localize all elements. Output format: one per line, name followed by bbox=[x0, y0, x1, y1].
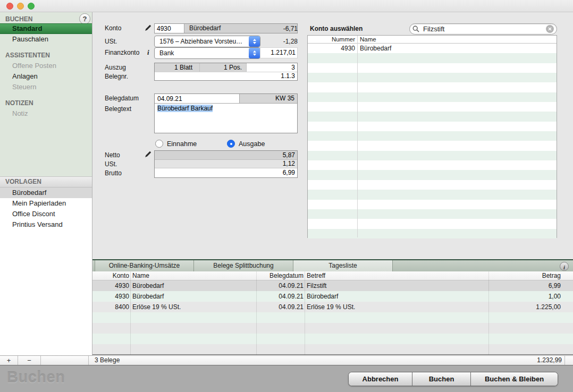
minimize-window-button[interactable] bbox=[17, 3, 24, 10]
table-row[interactable] bbox=[308, 63, 557, 73]
sidebar-item-label: Notiz bbox=[12, 109, 28, 117]
cell-nummer bbox=[308, 219, 357, 228]
table-row[interactable] bbox=[308, 112, 557, 121]
auszug-value-field[interactable]: 3 bbox=[247, 63, 297, 72]
sidebar-item[interactable]: Pauschalen bbox=[0, 34, 92, 45]
table-row[interactable]: 8400 Erlöse 19 % USt. 04.09.21 Erlöse 19… bbox=[92, 302, 573, 312]
sidebar-item[interactable]: Mein Papierladen bbox=[0, 198, 92, 209]
table-row[interactable]: 4930 Bürobedarf bbox=[308, 44, 557, 53]
column-header-betrag[interactable]: Betrag bbox=[488, 271, 573, 280]
sidebar-item[interactable]: Office Discont bbox=[0, 209, 92, 219]
table-row[interactable] bbox=[308, 229, 557, 238]
sidebar-item[interactable]: Printius Versand bbox=[0, 219, 92, 230]
brutto-field[interactable]: 6,99 bbox=[155, 168, 297, 177]
column-header-name[interactable]: Name bbox=[357, 36, 557, 43]
table-row[interactable] bbox=[308, 190, 557, 199]
info-button[interactable]: i bbox=[560, 262, 569, 271]
table-row[interactable] bbox=[308, 122, 557, 131]
sidebar-item[interactable]: Anlagen bbox=[0, 71, 92, 82]
zoom-window-button[interactable] bbox=[28, 3, 35, 10]
info-icon[interactable]: i bbox=[147, 48, 149, 57]
footer-button[interactable]: Abbrechen bbox=[349, 372, 412, 386]
table-row[interactable] bbox=[308, 102, 557, 112]
belegtext-value: Bürobedarf Barkauf bbox=[157, 105, 213, 112]
cell-name: Erlöse 19 % USt. bbox=[130, 302, 256, 312]
cell-betrag bbox=[488, 312, 573, 323]
cell-nummer bbox=[308, 53, 357, 63]
sidebar-item[interactable]: Notiz bbox=[0, 108, 92, 119]
table-row[interactable] bbox=[308, 92, 557, 102]
sidebar-item[interactable]: Bürobedarf bbox=[0, 188, 92, 198]
sidebar-item-label: Printius Versand bbox=[12, 220, 63, 228]
cell-nummer bbox=[308, 131, 357, 141]
column-header-name[interactable]: Name bbox=[130, 271, 256, 280]
table-row[interactable] bbox=[308, 180, 557, 190]
cell-konto bbox=[92, 312, 130, 323]
cell-nummer bbox=[308, 82, 357, 92]
cell-belegdatum bbox=[256, 312, 305, 323]
table-row[interactable] bbox=[308, 170, 557, 180]
cell-nummer bbox=[308, 141, 357, 150]
table-row[interactable] bbox=[308, 151, 557, 160]
sidebar-item[interactable]: Standard bbox=[0, 23, 92, 34]
tagesliste-body: 4930 Bürobedarf 04.09.21 Filzstift 6,99 … bbox=[92, 280, 573, 355]
tab[interactable]: Belege Splittbuchung bbox=[194, 260, 293, 271]
table-row[interactable] bbox=[92, 334, 573, 344]
table-row[interactable] bbox=[308, 200, 557, 209]
sidebar-item[interactable]: Steuern bbox=[0, 82, 92, 92]
table-row[interactable] bbox=[308, 82, 557, 92]
cell-betreff bbox=[305, 312, 488, 323]
column-header-belegdatum[interactable]: Belegdatum bbox=[256, 271, 305, 280]
tab[interactable]: Online-Banking-Umsätze bbox=[95, 260, 194, 271]
cell-name bbox=[357, 131, 557, 141]
column-header-betreff[interactable]: Betreff bbox=[305, 271, 488, 280]
konto-number-input[interactable] bbox=[155, 24, 184, 33]
footer-button[interactable]: Buchen & Bleiben bbox=[471, 372, 558, 386]
resize-grip[interactable] bbox=[564, 356, 573, 365]
table-row[interactable]: 4930 Bürobedarf 04.09.21 Bürobedarf 1,00 bbox=[92, 291, 573, 302]
edit-pencil-icon[interactable] bbox=[144, 150, 152, 160]
table-row[interactable] bbox=[308, 141, 557, 150]
netto-ust-field[interactable]: 1,12 bbox=[155, 160, 297, 168]
table-row[interactable] bbox=[308, 219, 557, 228]
sidebar-item-label: Anlagen bbox=[12, 72, 38, 80]
column-header-konto[interactable]: Konto bbox=[92, 271, 130, 280]
einnahme-radio[interactable] bbox=[155, 140, 163, 148]
table-row[interactable] bbox=[308, 209, 557, 219]
table-row[interactable] bbox=[308, 73, 557, 82]
table-row[interactable] bbox=[92, 312, 573, 323]
netto-field[interactable]: 5,87 bbox=[155, 151, 297, 160]
close-window-button[interactable] bbox=[6, 3, 13, 10]
add-row-button[interactable]: + bbox=[0, 356, 18, 365]
table-row[interactable] bbox=[92, 323, 573, 334]
finanzkonto-select[interactable]: Bank bbox=[154, 47, 260, 59]
cell-nummer bbox=[308, 102, 357, 112]
cell-betrag bbox=[488, 323, 573, 334]
help-button[interactable]: ? bbox=[79, 13, 90, 24]
tab[interactable]: Tagesliste bbox=[293, 260, 393, 271]
betrag-field-group: 5,87 1,12 6,99 bbox=[154, 150, 298, 178]
belegdatum-input[interactable] bbox=[155, 94, 240, 103]
table-row[interactable] bbox=[308, 131, 557, 141]
table-row[interactable] bbox=[308, 53, 557, 63]
edit-pencil-icon[interactable] bbox=[144, 24, 152, 34]
table-row[interactable] bbox=[308, 160, 557, 170]
auszug-pos-field[interactable]: 1 Pos. bbox=[200, 63, 247, 72]
search-input[interactable] bbox=[422, 24, 546, 33]
cell-belegdatum: 04.09.21 bbox=[256, 302, 305, 312]
footer-button[interactable]: Buchen bbox=[412, 372, 471, 386]
cell-name bbox=[357, 73, 557, 82]
sidebar-item-label: Bürobedarf bbox=[12, 189, 46, 197]
column-header-nummer[interactable]: Nummer bbox=[308, 36, 357, 43]
belegnr-field[interactable]: 1.1.3 bbox=[155, 72, 297, 80]
ausgabe-radio[interactable] bbox=[227, 140, 235, 148]
remove-row-button[interactable]: − bbox=[18, 356, 41, 365]
auszug-blatt-field[interactable]: 1 Blatt bbox=[155, 63, 200, 72]
table-row[interactable]: 4930 Bürobedarf 04.09.21 Filzstift 6,99 bbox=[92, 280, 573, 291]
cell-name: Bürobedarf bbox=[130, 280, 256, 291]
clear-search-icon[interactable] bbox=[546, 25, 554, 33]
table-row[interactable] bbox=[92, 344, 573, 355]
belegdatum-label: Belegdatum bbox=[105, 94, 139, 103]
sidebar-item[interactable]: Offene Posten bbox=[0, 61, 92, 71]
belegtext-area[interactable]: Bürobedarf Barkauf bbox=[155, 104, 297, 114]
